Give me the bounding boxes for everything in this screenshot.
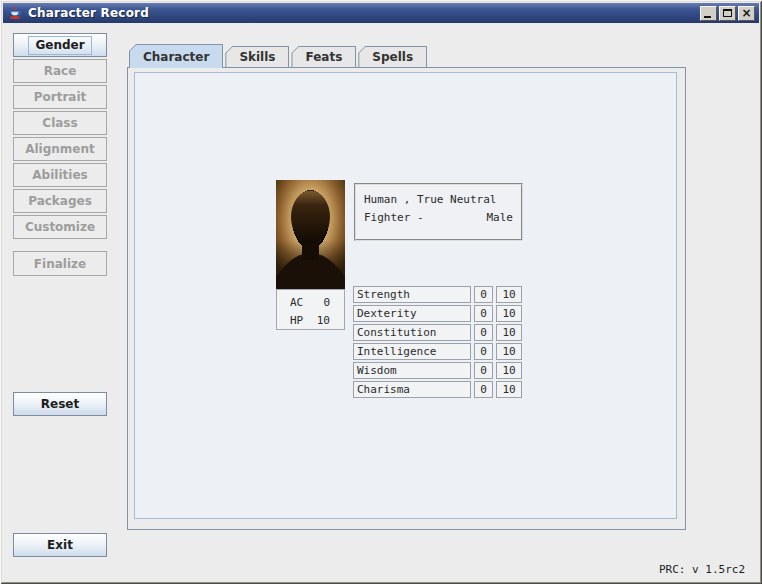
finalize-button[interactable]: Finalize bbox=[13, 251, 107, 276]
class-gender-line: Fighter - Male bbox=[364, 211, 513, 229]
close-icon: × bbox=[741, 7, 751, 19]
exit-button[interactable]: Exit bbox=[13, 533, 107, 557]
race-alignment-text: Human , True Neutral bbox=[364, 193, 513, 211]
gender-text: Male bbox=[487, 211, 514, 229]
ability-name: Charisma bbox=[353, 381, 471, 398]
abilities-button-label: Abilities bbox=[32, 168, 87, 182]
minimize-button[interactable] bbox=[700, 6, 717, 21]
class-text: Fighter - bbox=[364, 211, 424, 229]
ac-row: AC 0 bbox=[277, 293, 344, 311]
ability-name: Strength bbox=[353, 286, 471, 303]
gender-button[interactable]: Gender bbox=[13, 33, 107, 57]
ability-mod: 0 bbox=[474, 343, 493, 360]
version-label: PRC: v 1.5rc2 bbox=[659, 563, 745, 576]
java-coffee-cup-icon bbox=[7, 5, 23, 21]
abilities-button[interactable]: Abilities bbox=[13, 163, 107, 187]
combat-stats-box: AC 0 HP 10 bbox=[276, 289, 345, 330]
gender-button-label: Gender bbox=[28, 36, 91, 55]
alignment-button[interactable]: Alignment bbox=[13, 137, 107, 161]
finalize-button-label: Finalize bbox=[34, 257, 86, 271]
class-button[interactable]: Class bbox=[13, 111, 107, 135]
tab-character-label: Character bbox=[130, 45, 222, 68]
ability-name: Intelligence bbox=[353, 343, 471, 360]
ability-score: 10 bbox=[496, 343, 522, 360]
tab-feats[interactable]: Feats bbox=[291, 46, 356, 67]
ability-score: 10 bbox=[496, 305, 522, 322]
hp-value: 10 bbox=[308, 314, 330, 327]
ability-mod: 0 bbox=[474, 305, 493, 322]
character-record-window: Character Record × Gender Race Portrait … bbox=[0, 0, 762, 584]
ability-score: 10 bbox=[496, 324, 522, 341]
character-summary-box: Human , True Neutral Fighter - Male bbox=[354, 183, 523, 241]
ability-mod: 0 bbox=[474, 286, 493, 303]
character-tab-content: AC 0 HP 10 Human , True Neutral Fighter … bbox=[127, 67, 686, 530]
packages-button[interactable]: Packages bbox=[13, 189, 107, 213]
tab-character[interactable]: Character bbox=[129, 44, 223, 68]
ability-score: 10 bbox=[496, 362, 522, 379]
tab-skills[interactable]: Skills bbox=[225, 46, 289, 67]
portrait-button[interactable]: Portrait bbox=[13, 85, 107, 109]
ability-score: 10 bbox=[496, 381, 522, 398]
packages-button-label: Packages bbox=[28, 194, 92, 208]
ability-name: Wisdom bbox=[353, 362, 471, 379]
maximize-button[interactable] bbox=[719, 6, 736, 21]
race-button[interactable]: Race bbox=[13, 59, 107, 83]
ability-name: Constitution bbox=[353, 324, 471, 341]
class-button-label: Class bbox=[42, 116, 77, 130]
minimize-icon bbox=[704, 16, 711, 18]
ability-row-wisdom: Wisdom 0 10 bbox=[353, 362, 522, 379]
close-button[interactable]: × bbox=[738, 6, 755, 21]
alignment-button-label: Alignment bbox=[25, 142, 95, 156]
tab-skills-label: Skills bbox=[226, 47, 288, 67]
tab-strip: Character Skills Feats Spells bbox=[129, 44, 427, 67]
title-bar[interactable]: Character Record × bbox=[3, 3, 759, 23]
ability-mod: 0 bbox=[474, 324, 493, 341]
maximize-icon bbox=[723, 9, 732, 17]
tab-spells-label: Spells bbox=[359, 47, 426, 67]
ability-name: Dexterity bbox=[353, 305, 471, 322]
hp-label: HP bbox=[290, 314, 308, 327]
ability-row-dexterity: Dexterity 0 10 bbox=[353, 305, 522, 322]
portrait-button-label: Portrait bbox=[34, 90, 87, 104]
tabbed-pane: Character Skills Feats Spells bbox=[127, 44, 686, 530]
race-button-label: Race bbox=[44, 64, 77, 78]
hp-row: HP 10 bbox=[277, 311, 344, 329]
ability-row-constitution: Constitution 0 10 bbox=[353, 324, 522, 341]
character-summary-panel: AC 0 HP 10 Human , True Neutral Fighter … bbox=[134, 72, 677, 519]
ability-mod: 0 bbox=[474, 381, 493, 398]
reset-button-label: Reset bbox=[41, 397, 79, 411]
tab-feats-label: Feats bbox=[292, 47, 355, 67]
reset-button[interactable]: Reset bbox=[13, 392, 107, 416]
exit-button-label: Exit bbox=[47, 538, 73, 552]
customize-button-label: Customize bbox=[25, 220, 95, 234]
ability-row-strength: Strength 0 10 bbox=[353, 286, 522, 303]
character-portrait bbox=[276, 180, 345, 289]
window-controls: × bbox=[700, 6, 755, 21]
customize-button[interactable]: Customize bbox=[13, 215, 107, 239]
ability-mod: 0 bbox=[474, 362, 493, 379]
ability-row-charisma: Charisma 0 10 bbox=[353, 381, 522, 398]
ac-label: AC bbox=[290, 296, 308, 309]
ability-row-intelligence: Intelligence 0 10 bbox=[353, 343, 522, 360]
tab-spells[interactable]: Spells bbox=[358, 46, 427, 67]
ac-value: 0 bbox=[308, 296, 330, 309]
ability-score: 10 bbox=[496, 286, 522, 303]
window-title: Character Record bbox=[28, 6, 149, 20]
